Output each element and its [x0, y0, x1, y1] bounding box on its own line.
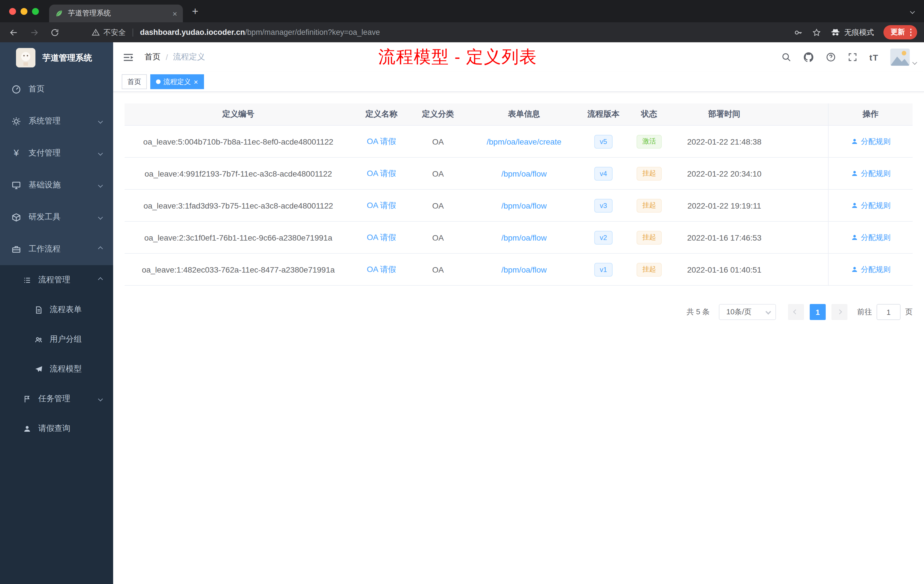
browser-tab-strip: 芋道管理系统 × +: [0, 0, 924, 22]
navbar-actions: tT: [781, 49, 916, 66]
cell-category: OA: [411, 254, 465, 285]
sidebar-item-process-form[interactable]: 流程表单: [0, 295, 113, 325]
person-icon: [851, 202, 858, 209]
browser-tab[interactable]: 芋道管理系统 ×: [49, 5, 183, 22]
sidebar-item-label: 系统管理: [28, 116, 61, 126]
form-info-link[interactable]: /bpm/oa/flow: [502, 233, 547, 242]
chevron-up-icon: [98, 247, 102, 251]
version-badge: v1: [594, 262, 612, 276]
sidebar-item-workflow[interactable]: 工作流程: [0, 233, 113, 265]
definition-name-link[interactable]: OA 请假: [367, 264, 396, 275]
help-icon[interactable]: [826, 52, 836, 62]
password-key-icon[interactable]: [794, 28, 803, 37]
bookmark-star-icon[interactable]: [812, 28, 821, 37]
sidebar-item-label: 流程管理: [38, 275, 70, 285]
chevron-down-icon: [98, 119, 102, 124]
cell-category: OA: [411, 126, 465, 157]
table-row: oa_leave:1:482ec033-762a-11ec-8477-a2380…: [125, 254, 912, 286]
col-definition-id: 定义编号: [125, 104, 352, 125]
browser-update-button[interactable]: 更新: [883, 25, 917, 40]
maximize-window-button[interactable]: [32, 8, 39, 15]
sidebar-item-process-management[interactable]: 流程管理: [0, 265, 113, 295]
home-gauge-icon: [12, 84, 21, 94]
current-page-button[interactable]: 1: [810, 304, 826, 320]
forward-icon[interactable]: [30, 28, 39, 37]
sidebar-item-home[interactable]: 首页: [0, 73, 113, 105]
sidebar-item-user-group[interactable]: 用户分组: [0, 325, 113, 354]
tab-title: 芋道管理系统: [68, 8, 168, 18]
chevron-down-icon: [766, 308, 771, 314]
window-controls: [9, 8, 39, 15]
sidebar-item-process-model[interactable]: 流程模型: [0, 354, 113, 384]
tag-label: 首页: [127, 77, 141, 87]
cell-definition-id: oa_leave:5:004b710b-7b8a-11ec-8ef0-acde4…: [125, 126, 352, 157]
table-row: oa_leave:3:1fad3d93-7b75-11ec-a3c8-acde4…: [125, 190, 912, 222]
assign-rule-link[interactable]: 分配规则: [851, 168, 891, 178]
breadcrumb-separator: /: [166, 53, 168, 62]
status-badge: 挂起: [637, 231, 662, 244]
browser-menu-kebab-icon[interactable]: [910, 29, 911, 36]
tag-process-definition[interactable]: 流程定义 ×: [150, 74, 204, 89]
update-label: 更新: [891, 27, 905, 37]
next-page-button[interactable]: [832, 304, 847, 320]
search-icon[interactable]: [781, 52, 792, 62]
avatar[interactable]: [890, 49, 909, 66]
assign-rule-link[interactable]: 分配规则: [851, 200, 891, 211]
sidebar-item-label: 首页: [28, 84, 45, 94]
prev-page-button[interactable]: [788, 304, 804, 320]
address-bar[interactable]: 不安全 dashboard.yudao.iocoder.cn /bpm/mana…: [91, 27, 380, 38]
col-form-info: 表单信息: [465, 104, 583, 125]
form-info-link[interactable]: /bpm/oa/flow: [502, 169, 547, 178]
assign-rule-link[interactable]: 分配规则: [851, 264, 891, 275]
new-tab-button[interactable]: +: [192, 6, 198, 16]
breadcrumb-home[interactable]: 首页: [145, 52, 160, 62]
sidebar-toggle-icon[interactable]: [122, 51, 134, 63]
tag-home[interactable]: 首页: [122, 74, 147, 89]
definition-name-link[interactable]: OA 请假: [367, 136, 396, 147]
active-tag-dot: [156, 79, 160, 84]
assign-rule-link[interactable]: 分配规则: [851, 136, 891, 147]
goto-unit: 页: [905, 307, 912, 317]
table-row: oa_leave:5:004b710b-7b8a-11ec-8ef0-acde4…: [125, 126, 912, 158]
minimize-window-button[interactable]: [21, 8, 27, 15]
col-actions: 操作: [828, 104, 912, 125]
tab-search-chevron-icon[interactable]: [910, 9, 914, 13]
sidebar-item-label: 支付管理: [28, 148, 61, 158]
definition-name-link[interactable]: OA 请假: [367, 200, 396, 211]
table-row: oa_leave:4:991f2193-7b7f-11ec-a3c8-acde4…: [125, 158, 912, 190]
tab-close-icon[interactable]: ×: [173, 10, 177, 17]
form-info-link[interactable]: /bpm/oa/flow: [502, 265, 547, 274]
definition-name-link[interactable]: OA 请假: [367, 232, 396, 243]
version-badge: v5: [594, 135, 612, 148]
fullscreen-icon[interactable]: [848, 52, 858, 62]
sidebar-item-system-management[interactable]: 系统管理: [0, 105, 113, 137]
page-size-select[interactable]: 10条/页: [719, 304, 776, 320]
page-goto-input[interactable]: [876, 304, 901, 320]
chevron-up-icon: [98, 278, 102, 282]
github-icon[interactable]: [803, 51, 815, 63]
font-size-icon[interactable]: tT: [870, 52, 879, 62]
sidebar-item-dev-tools[interactable]: 研发工具: [0, 201, 113, 233]
user-menu-chevron-icon[interactable]: [912, 60, 917, 64]
paper-plane-icon: [34, 365, 43, 373]
definition-name-link[interactable]: OA 请假: [367, 168, 396, 178]
sidebar-item-infrastructure[interactable]: 基础设施: [0, 169, 113, 201]
sidebar-item-label: 流程模型: [50, 364, 82, 374]
sidebar-item-task-management[interactable]: 任务管理: [0, 384, 113, 414]
user-menu[interactable]: [890, 49, 916, 66]
breadcrumb: 首页 / 流程定义: [145, 52, 205, 62]
person-icon: [851, 234, 858, 241]
tag-close-icon[interactable]: ×: [194, 78, 198, 86]
sidebar-item-leave-query[interactable]: 请假查询: [0, 414, 113, 444]
cell-deploy-time: 2022-01-16 17:46:53: [674, 222, 774, 253]
reload-icon[interactable]: [50, 28, 59, 37]
flag-icon: [23, 394, 31, 403]
form-info-link[interactable]: /bpm/oa/leave/create: [487, 137, 561, 146]
form-info-link[interactable]: /bpm/oa/flow: [502, 201, 547, 210]
status-badge: 挂起: [637, 167, 662, 180]
sidebar-item-payment-management[interactable]: ¥ 支付管理: [0, 137, 113, 169]
content: 定义编号 定义名称 定义分类 表单信息 流程版本 状态 部署时间 操作 oa_l…: [113, 92, 924, 584]
assign-rule-link[interactable]: 分配规则: [851, 232, 891, 243]
back-icon[interactable]: [9, 28, 18, 37]
close-window-button[interactable]: [9, 8, 16, 15]
